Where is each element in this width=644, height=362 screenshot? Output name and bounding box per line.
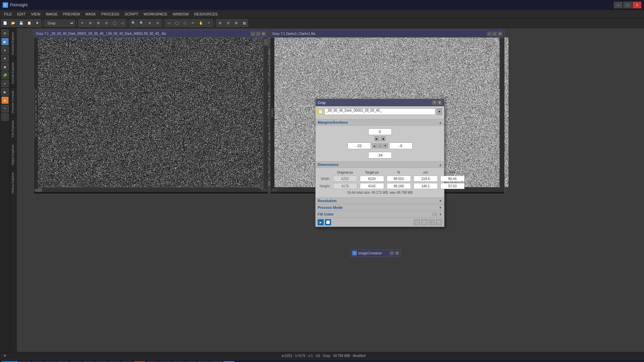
tb-zoom-in-btn[interactable]: 🔍: [138, 19, 145, 27]
menu-mask[interactable]: MASK: [83, 11, 99, 17]
tb-grid-btn[interactable]: ⊞: [216, 19, 224, 27]
file-selector-dropdown[interactable]: ▼: [437, 108, 442, 115]
dialog-save-btn[interactable]: □: [414, 219, 420, 225]
menu-view[interactable]: VIEW: [28, 11, 43, 17]
tb-hand-btn[interactable]: ✋: [197, 19, 205, 27]
img-win-2-max-btn[interactable]: □: [492, 32, 497, 36]
image-container-close-btn[interactable]: ✕: [395, 251, 399, 255]
taskbar-chat[interactable]: 💬: [172, 361, 184, 362]
dialog-preview-btn[interactable]: ▶: [318, 219, 324, 225]
tb-new-btn[interactable]: 📄: [1, 19, 9, 27]
tb-rect-sel-btn[interactable]: ▭: [165, 19, 172, 27]
dialog-run-btn[interactable]: ✓: [429, 219, 435, 225]
margin-arrow-down[interactable]: ▼: [383, 143, 388, 148]
sidebar-process-icon[interactable]: ▶: [1, 38, 9, 45]
menu-workspace[interactable]: WORKSPACE: [141, 11, 170, 17]
color-mode-select[interactable]: Gray RGB: [45, 20, 75, 26]
taskbar-app2[interactable]: 🎮: [210, 361, 222, 362]
maximize-button[interactable]: □: [623, 2, 632, 8]
menu-file[interactable]: FILE: [1, 11, 14, 17]
dim-width-inch-input[interactable]: [440, 176, 465, 182]
margin-anchor-center[interactable]: ⊹: [378, 143, 382, 148]
margin-arrow-up[interactable]: ▲: [372, 143, 377, 148]
tb-save-as-btn[interactable]: 📋: [25, 19, 33, 27]
taskbar-pixinsight[interactable]: PI: [223, 361, 235, 362]
crop-dialog-help-btn[interactable]: ?: [432, 100, 437, 105]
history-explorer-tab[interactable]: History Explorer: [10, 169, 16, 197]
resolution-header[interactable]: Resolution ▼: [316, 197, 444, 204]
tb-grid3-btn[interactable]: ⊠: [232, 19, 240, 27]
tb-grid4-btn[interactable]: ▦: [240, 19, 248, 27]
sidebar-diamond-icon[interactable]: ◆: [1, 63, 9, 70]
taskbar-docker[interactable]: 🐋: [184, 361, 197, 362]
img-win-2-close-btn[interactable]: ✕: [498, 32, 502, 36]
tb-cursor-btn[interactable]: ↖: [205, 19, 213, 27]
margin-top-input[interactable]: [368, 128, 392, 135]
process-mode-header[interactable]: Process Mode ▼: [316, 204, 444, 211]
tb-poly-sel-btn[interactable]: ⬡: [181, 19, 189, 27]
sidebar-dots-icon[interactable]: ⋮: [1, 113, 9, 121]
dim-width-target-input[interactable]: [360, 176, 384, 182]
sidebar-pointer-icon[interactable]: ▶: [1, 88, 9, 96]
dialog-square-btn[interactable]: [325, 219, 331, 225]
margin-right-input[interactable]: [389, 142, 413, 149]
taskbar-phone[interactable]: 📱: [159, 361, 171, 362]
dim-height-target-input[interactable]: [360, 183, 384, 189]
dim-height-percent-input[interactable]: [387, 183, 411, 189]
dialog-script-btn[interactable]: D: [421, 219, 427, 225]
margin-arrow-left-1[interactable]: ▶: [375, 136, 379, 141]
taskbar-explorer[interactable]: 📁: [44, 361, 56, 362]
taskbar-app-red[interactable]: ⚙: [133, 361, 146, 362]
image-1-scrollbar-h[interactable]: ◁ ▷: [34, 187, 268, 192]
image-1-scrollbar-v[interactable]: [263, 38, 268, 189]
tb-brush-btn[interactable]: ✏: [189, 19, 197, 27]
start-button[interactable]: ⊞: [1, 361, 18, 362]
tb-zoom-btn3[interactable]: ⊖: [154, 19, 161, 27]
format-explorer-tab[interactable]: Format Explorer: [10, 58, 16, 87]
minimize-button[interactable]: ─: [614, 2, 623, 8]
taskbar-firefox[interactable]: 🦊: [70, 361, 82, 362]
process-explorer-tab[interactable]: Process Explorer: [10, 28, 16, 58]
tb-circle-btn[interactable]: ◯: [111, 19, 118, 27]
dialog-close-btn[interactable]: ✕: [436, 219, 442, 225]
img-win-1-close-btn[interactable]: ✕: [261, 32, 266, 36]
sidebar-list-icon[interactable]: ≡: [1, 80, 9, 87]
process-console-tab[interactable]: Process Console: [10, 87, 16, 117]
taskbar-chrome[interactable]: 🌐: [108, 361, 120, 362]
taskbar-word[interactable]: W: [57, 361, 69, 362]
tb-undo-btn[interactable]: ◁: [119, 19, 126, 27]
sidebar-orange-circle[interactable]: ●: [1, 97, 9, 104]
tb-zoom-x2-btn[interactable]: ⊟: [103, 19, 110, 27]
taskbar-outlook[interactable]: ✉: [19, 361, 31, 362]
margin-bottom-input[interactable]: [368, 152, 392, 159]
sidebar-star-icon[interactable]: ★: [1, 55, 9, 62]
margin-left-input[interactable]: [347, 142, 371, 149]
sidebar-circle-icon[interactable]: ●: [1, 46, 9, 54]
tb-circ-sel-btn[interactable]: ◯: [173, 19, 180, 27]
img-win-1-min-btn[interactable]: ─: [251, 32, 255, 36]
file-selector-input[interactable]: _09_00_40_Dark_00001_09_00_40_: [324, 108, 435, 115]
menu-edit[interactable]: EDIT: [14, 11, 28, 17]
dim-width-cm-input[interactable]: [414, 176, 438, 182]
fill-color-header[interactable]: Fill Color ▼: [316, 211, 444, 218]
taskbar-music[interactable]: 🎵: [146, 361, 158, 362]
tb-zoom-btn2[interactable]: ⊕: [146, 19, 153, 27]
margin-arrow-right-1[interactable]: ◀: [381, 136, 385, 141]
taskbar-onenote[interactable]: 📓: [32, 361, 44, 362]
menu-script[interactable]: SCRIPT: [122, 11, 141, 17]
sidebar-puzzle-icon[interactable]: 🧩: [1, 71, 9, 79]
object-explorer-tab[interactable]: Object Explorer: [10, 141, 16, 169]
tb-zoom-1-btn[interactable]: ⊠: [95, 19, 102, 27]
image-container-max-btn[interactable]: □: [390, 251, 394, 255]
img-win-1-max-btn[interactable]: □: [256, 32, 261, 36]
file-explorer-tab[interactable]: File Explorer: [10, 117, 16, 141]
crop-dialog-close-btn[interactable]: ✕: [437, 100, 442, 105]
menu-image[interactable]: IMAGE: [43, 11, 60, 17]
tb-open-btn[interactable]: 📂: [9, 19, 17, 27]
dim-height-inch-input[interactable]: [440, 183, 465, 189]
close-button[interactable]: ✕: [633, 2, 641, 8]
taskbar-onedrive[interactable]: ☁: [121, 361, 133, 362]
menu-resources[interactable]: RESOURCES: [192, 11, 220, 17]
dimensions-header[interactable]: Dimensions ▲: [316, 161, 444, 168]
tb-plus-btn[interactable]: ✛: [78, 19, 86, 27]
